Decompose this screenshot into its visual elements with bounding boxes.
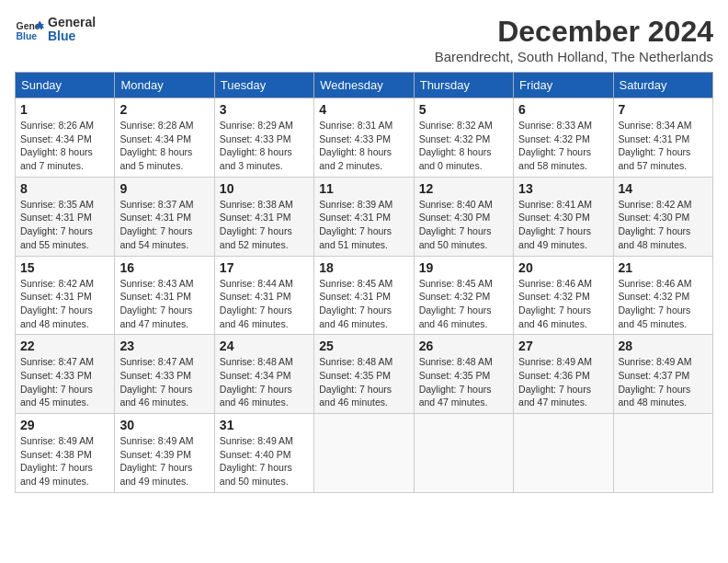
calendar-cell [314, 414, 414, 493]
day-number: 10 [220, 181, 309, 196]
day-number: 25 [319, 339, 408, 353]
day-info: Sunrise: 8:33 AMSunset: 4:32 PMDaylight:… [518, 119, 608, 173]
day-info: Sunrise: 8:48 AMSunset: 4:34 PMDaylight:… [220, 355, 309, 409]
calendar-cell: 31Sunrise: 8:49 AMSunset: 4:40 PMDayligh… [214, 414, 313, 493]
calendar-cell: 10Sunrise: 8:38 AMSunset: 4:31 PMDayligh… [214, 177, 313, 256]
calendar-cell: 1Sunrise: 8:26 AMSunset: 4:34 PMDaylight… [16, 98, 115, 178]
calendar-cell: 24Sunrise: 8:48 AMSunset: 4:34 PMDayligh… [214, 335, 313, 414]
day-number: 12 [419, 181, 508, 196]
weekday-header: Tuesday [214, 73, 313, 98]
day-info: Sunrise: 8:49 AMSunset: 4:40 PMDaylight:… [220, 434, 309, 488]
calendar-cell: 5Sunrise: 8:32 AMSunset: 4:32 PMDaylight… [414, 98, 513, 178]
day-number: 3 [220, 102, 309, 117]
calendar-cell: 7Sunrise: 8:34 AMSunset: 4:31 PMDaylight… [613, 98, 712, 178]
day-info: Sunrise: 8:46 AMSunset: 4:32 PMDaylight:… [619, 277, 708, 331]
day-number: 11 [319, 181, 408, 196]
weekday-header: Sunday [16, 73, 115, 98]
weekday-header: Friday [514, 73, 613, 98]
day-number: 17 [220, 260, 309, 275]
day-info: Sunrise: 8:38 AMSunset: 4:31 PMDaylight:… [220, 198, 309, 252]
calendar-cell: 19Sunrise: 8:45 AMSunset: 4:32 PMDayligh… [414, 256, 513, 335]
day-number: 1 [20, 102, 109, 117]
day-number: 6 [518, 102, 608, 117]
day-number: 26 [419, 339, 508, 353]
day-info: Sunrise: 8:39 AMSunset: 4:31 PMDaylight:… [319, 198, 408, 252]
day-number: 23 [119, 339, 209, 353]
day-info: Sunrise: 8:45 AMSunset: 4:31 PMDaylight:… [319, 277, 408, 331]
day-number: 9 [119, 181, 209, 196]
day-info: Sunrise: 8:26 AMSunset: 4:34 PMDaylight:… [20, 119, 109, 173]
day-number: 19 [419, 260, 508, 275]
day-number: 20 [518, 260, 608, 275]
day-number: 5 [419, 102, 508, 117]
day-info: Sunrise: 8:31 AMSunset: 4:33 PMDaylight:… [319, 119, 408, 173]
title-area: December 2024 Barendrecht, South Holland… [435, 15, 713, 64]
logo-blue: Blue [48, 29, 96, 43]
day-number: 30 [119, 418, 209, 432]
calendar-cell: 30Sunrise: 8:49 AMSunset: 4:39 PMDayligh… [115, 414, 214, 493]
calendar-cell: 13Sunrise: 8:41 AMSunset: 4:30 PMDayligh… [514, 177, 613, 256]
day-number: 21 [619, 260, 708, 275]
calendar-cell: 2Sunrise: 8:28 AMSunset: 4:34 PMDaylight… [115, 98, 214, 178]
header-row: SundayMondayTuesdayWednesdayThursdayFrid… [16, 73, 713, 98]
weekday-header: Monday [115, 73, 214, 98]
calendar-cell: 25Sunrise: 8:48 AMSunset: 4:35 PMDayligh… [314, 335, 414, 414]
day-info: Sunrise: 8:35 AMSunset: 4:31 PMDaylight:… [20, 198, 109, 252]
location-title: Barendrecht, South Holland, The Netherla… [435, 49, 713, 64]
svg-text:Blue: Blue [17, 31, 38, 41]
day-info: Sunrise: 8:44 AMSunset: 4:31 PMDaylight:… [220, 277, 309, 331]
day-info: Sunrise: 8:48 AMSunset: 4:35 PMDaylight:… [319, 355, 408, 409]
calendar-week-row: 1Sunrise: 8:26 AMSunset: 4:34 PMDaylight… [16, 98, 713, 178]
day-info: Sunrise: 8:49 AMSunset: 4:39 PMDaylight:… [119, 434, 209, 488]
calendar-cell [414, 414, 513, 493]
calendar-cell: 23Sunrise: 8:47 AMSunset: 4:33 PMDayligh… [115, 335, 214, 414]
page-header: General Blue General Blue December 2024 … [15, 15, 713, 64]
calendar-cell: 20Sunrise: 8:46 AMSunset: 4:32 PMDayligh… [514, 256, 613, 335]
calendar-week-row: 8Sunrise: 8:35 AMSunset: 4:31 PMDaylight… [16, 177, 713, 256]
day-info: Sunrise: 8:37 AMSunset: 4:31 PMDaylight:… [119, 198, 209, 252]
calendar-cell: 22Sunrise: 8:47 AMSunset: 4:33 PMDayligh… [16, 335, 115, 414]
day-number: 13 [518, 181, 608, 196]
calendar-cell: 28Sunrise: 8:49 AMSunset: 4:37 PMDayligh… [613, 335, 712, 414]
day-number: 18 [319, 260, 408, 275]
day-number: 15 [20, 260, 109, 275]
day-info: Sunrise: 8:42 AMSunset: 4:30 PMDaylight:… [619, 198, 708, 252]
day-number: 31 [220, 418, 309, 432]
calendar-cell: 21Sunrise: 8:46 AMSunset: 4:32 PMDayligh… [613, 256, 712, 335]
calendar-cell: 18Sunrise: 8:45 AMSunset: 4:31 PMDayligh… [314, 256, 414, 335]
calendar-cell: 15Sunrise: 8:42 AMSunset: 4:31 PMDayligh… [16, 256, 115, 335]
calendar-cell: 16Sunrise: 8:43 AMSunset: 4:31 PMDayligh… [115, 256, 214, 335]
weekday-header: Thursday [414, 73, 513, 98]
day-number: 7 [619, 102, 708, 117]
weekday-header: Saturday [613, 73, 712, 98]
day-number: 2 [119, 102, 209, 117]
day-info: Sunrise: 8:49 AMSunset: 4:38 PMDaylight:… [20, 434, 109, 488]
day-info: Sunrise: 8:49 AMSunset: 4:37 PMDaylight:… [619, 355, 708, 409]
day-number: 22 [20, 339, 109, 353]
day-info: Sunrise: 8:29 AMSunset: 4:33 PMDaylight:… [220, 119, 309, 173]
calendar-cell: 12Sunrise: 8:40 AMSunset: 4:30 PMDayligh… [414, 177, 513, 256]
day-number: 4 [319, 102, 408, 117]
calendar-cell: 8Sunrise: 8:35 AMSunset: 4:31 PMDaylight… [16, 177, 115, 256]
day-info: Sunrise: 8:42 AMSunset: 4:31 PMDaylight:… [20, 277, 109, 331]
day-info: Sunrise: 8:46 AMSunset: 4:32 PMDaylight:… [518, 277, 608, 331]
calendar-cell: 6Sunrise: 8:33 AMSunset: 4:32 PMDaylight… [514, 98, 613, 178]
day-info: Sunrise: 8:47 AMSunset: 4:33 PMDaylight:… [20, 355, 109, 409]
calendar-cell: 11Sunrise: 8:39 AMSunset: 4:31 PMDayligh… [314, 177, 414, 256]
logo-icon: General Blue [15, 15, 44, 44]
logo: General Blue General Blue [15, 15, 96, 44]
calendar-week-row: 15Sunrise: 8:42 AMSunset: 4:31 PMDayligh… [16, 256, 713, 335]
calendar-cell: 3Sunrise: 8:29 AMSunset: 4:33 PMDaylight… [214, 98, 313, 178]
day-number: 29 [20, 418, 109, 432]
calendar-cell: 26Sunrise: 8:48 AMSunset: 4:35 PMDayligh… [414, 335, 513, 414]
calendar-cell [514, 414, 613, 493]
day-info: Sunrise: 8:40 AMSunset: 4:30 PMDaylight:… [419, 198, 508, 252]
day-info: Sunrise: 8:43 AMSunset: 4:31 PMDaylight:… [119, 277, 209, 331]
day-number: 14 [619, 181, 708, 196]
day-info: Sunrise: 8:28 AMSunset: 4:34 PMDaylight:… [119, 119, 209, 173]
calendar-cell: 14Sunrise: 8:42 AMSunset: 4:30 PMDayligh… [613, 177, 712, 256]
day-number: 27 [518, 339, 608, 353]
day-info: Sunrise: 8:34 AMSunset: 4:31 PMDaylight:… [619, 119, 708, 173]
day-info: Sunrise: 8:48 AMSunset: 4:35 PMDaylight:… [419, 355, 508, 409]
calendar-cell: 9Sunrise: 8:37 AMSunset: 4:31 PMDaylight… [115, 177, 214, 256]
